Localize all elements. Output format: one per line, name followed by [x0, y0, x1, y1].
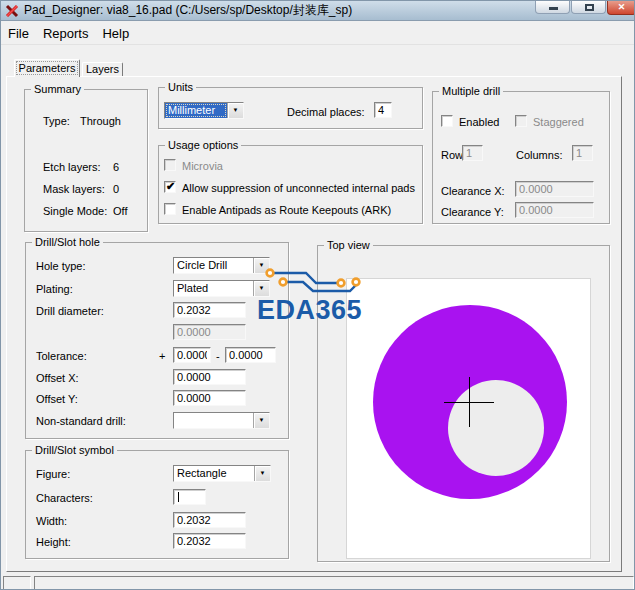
drill-slot-hole-groupbox: Drill/Slot hole Hole type: Circle Drill …	[25, 242, 289, 439]
chevron-down-icon[interactable]: ▼	[254, 466, 270, 481]
minimize-icon	[549, 7, 558, 10]
minimize-button[interactable]	[535, 1, 570, 14]
microvia-label: Microvia	[182, 160, 223, 172]
tab-layers[interactable]: Layers	[82, 62, 123, 77]
summary-type-label: Type:	[43, 115, 70, 127]
characters-label: Characters:	[36, 492, 93, 504]
chevron-down-icon[interactable]: ▼	[227, 103, 243, 118]
offset-x-input[interactable]	[173, 369, 246, 385]
summary-type-value: Through	[80, 115, 121, 127]
drill-hole-circle	[448, 380, 544, 476]
summary-single-mode-label: Single Mode:	[43, 205, 107, 217]
text-cursor	[178, 492, 179, 502]
close-button[interactable]: ✕	[607, 1, 635, 15]
characters-input[interactable]	[173, 489, 206, 505]
tolerance-minus-input[interactable]	[225, 347, 276, 363]
drill-slot-hole-title: Drill/Slot hole	[32, 236, 103, 248]
plating-combo[interactable]: Plated ▼	[173, 280, 270, 297]
decimal-places-label: Decimal places:	[287, 106, 365, 118]
non-standard-drill-value	[174, 413, 253, 428]
offset-y-label: Offset Y:	[36, 393, 78, 405]
summary-groupbox: Summary Type: Through Etch layers: 6 Mas…	[24, 89, 148, 232]
tolerance-plus-input[interactable]	[173, 347, 211, 363]
figure-combo[interactable]: Rectangle ▼	[173, 465, 271, 482]
tab-parameters[interactable]: Parameters	[14, 59, 80, 77]
multiple-drill-title: Multiple drill	[439, 85, 503, 97]
top-view-title: Top view	[324, 239, 373, 251]
units-combo-value: Millimeter	[165, 103, 227, 118]
drill-diameter-input[interactable]	[173, 302, 246, 318]
drill-diameter-secondary-input	[173, 324, 246, 340]
microvia-checkbox	[164, 159, 176, 171]
drill-slot-symbol-groupbox: Drill/Slot symbol Figure: Rectangle ▼ Ch…	[25, 450, 289, 559]
check-icon: ✔	[166, 180, 175, 193]
non-standard-drill-label: Non-standard drill:	[36, 415, 126, 427]
antipads-checkbox[interactable]	[164, 203, 176, 215]
plating-label: Plating:	[36, 283, 73, 295]
hole-type-value: Circle Drill	[174, 258, 253, 273]
clearance-x-label: Clearance X:	[441, 185, 505, 197]
suppression-label: Allow suppression of unconnected interna…	[182, 182, 415, 194]
enabled-label: Enabled	[459, 116, 499, 128]
offset-x-label: Offset X:	[36, 372, 79, 384]
units-combo[interactable]: Millimeter ▼	[164, 102, 244, 119]
height-label: Height:	[36, 536, 71, 548]
units-groupbox: Units Millimeter ▼ Decimal places:	[158, 87, 423, 129]
offset-y-input[interactable]	[173, 390, 246, 406]
menubar: File Reports Help	[1, 22, 635, 45]
figure-label: Figure:	[36, 468, 70, 480]
summary-etch-value: 6	[113, 161, 119, 173]
multiple-drill-groupbox: Multiple drill Enabled Staggered Rows: C…	[432, 91, 610, 224]
chevron-down-icon[interactable]: ▼	[253, 413, 269, 428]
crosshair-icon	[469, 377, 470, 427]
columns-input	[572, 145, 593, 161]
maximize-icon	[585, 4, 594, 11]
status-cell	[3, 576, 31, 590]
menu-reports[interactable]: Reports	[36, 24, 96, 43]
status-message-area	[34, 576, 634, 590]
plating-value: Plated	[174, 281, 253, 296]
summary-mask-value: 0	[113, 183, 119, 195]
usage-options-title: Usage options	[165, 139, 241, 151]
tab-parameters-label: Parameters	[17, 62, 78, 74]
staggered-label: Staggered	[533, 116, 584, 128]
usage-options-groupbox: Usage options Microvia ✔ Allow suppressi…	[158, 145, 423, 224]
units-title: Units	[165, 81, 196, 93]
staggered-checkbox	[515, 115, 527, 127]
chevron-down-icon[interactable]: ▼	[253, 281, 269, 296]
parameters-page: Summary Type: Through Etch layers: 6 Mas…	[6, 76, 622, 572]
antipads-label: Enable Antipads as Route Keepouts (ARK)	[182, 204, 391, 216]
summary-mask-label: Mask layers:	[43, 183, 105, 195]
height-input[interactable]	[173, 533, 246, 549]
clearance-y-input	[515, 202, 594, 218]
pad-preview-canvas	[346, 278, 591, 559]
titlebar: Pad_Designer: via8_16.pad (C:/Users/sp/D…	[1, 1, 635, 21]
drill-diameter-label: Drill diameter:	[36, 305, 104, 317]
columns-label: Columns:	[516, 149, 562, 161]
maximize-button[interactable]	[571, 1, 606, 14]
window-title: Pad_Designer: via8_16.pad (C:/Users/sp/D…	[24, 2, 352, 19]
chevron-down-icon[interactable]: ▼	[253, 258, 269, 273]
tolerance-minus-sign: -	[216, 350, 220, 362]
suppression-checkbox[interactable]: ✔	[164, 181, 176, 193]
tolerance-label: Tolerance:	[36, 350, 87, 362]
clearance-x-input	[515, 181, 594, 197]
pad-designer-window: Pad_Designer: via8_16.pad (C:/Users/sp/D…	[0, 0, 635, 590]
enabled-checkbox[interactable]	[441, 115, 453, 127]
menu-help[interactable]: Help	[95, 24, 136, 43]
app-icon	[5, 4, 19, 18]
non-standard-drill-combo[interactable]: ▼	[173, 412, 270, 429]
top-view-groupbox: Top view	[317, 245, 610, 562]
summary-single-mode-value: Off	[113, 205, 127, 217]
decimal-places-input[interactable]	[374, 102, 392, 118]
hole-type-combo[interactable]: Circle Drill ▼	[173, 257, 270, 274]
tab-layers-label: Layers	[86, 63, 119, 75]
summary-title: Summary	[31, 83, 84, 95]
tolerance-plus-sign: +	[159, 350, 165, 362]
width-input[interactable]	[173, 512, 246, 528]
menu-file[interactable]: File	[1, 24, 36, 43]
close-icon: ✕	[618, 2, 626, 12]
summary-etch-label: Etch layers:	[43, 161, 100, 173]
hole-type-label: Hole type:	[36, 260, 86, 272]
rows-input	[462, 145, 483, 161]
